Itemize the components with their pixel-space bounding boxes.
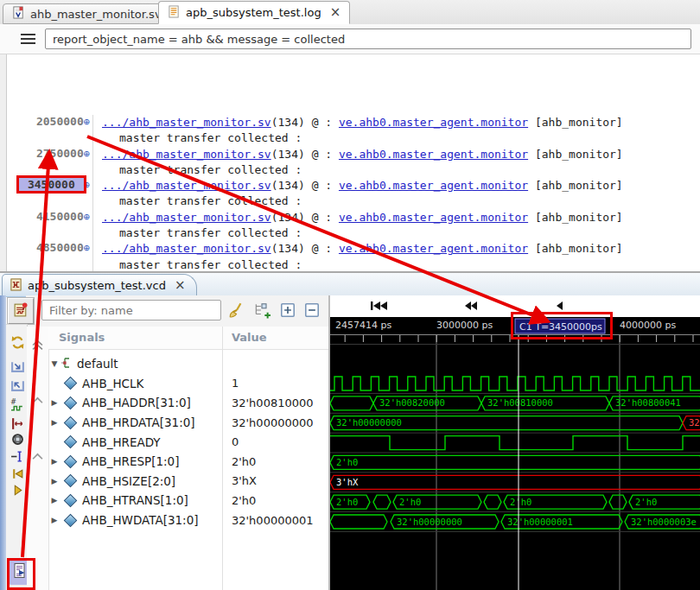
log-lines: .../ahb_master_monitor.sv(134) @ : ve.ah… bbox=[92, 210, 623, 242]
signal-row-ahb_htrans10[interactable]: ▶AHB_HTRANS[1:0]2'h0 bbox=[48, 491, 328, 511]
export-wave-button[interactable] bbox=[10, 359, 26, 376]
broom-button[interactable] bbox=[226, 301, 247, 321]
measure-button[interactable] bbox=[10, 416, 26, 433]
bus-value-label: 32'h00800041 bbox=[615, 397, 681, 408]
target-button[interactable] bbox=[10, 432, 26, 448]
wave-background bbox=[330, 317, 700, 590]
log-lines: .../ahb_master_monitor.sv(134) @ : ve.ah… bbox=[92, 178, 623, 210]
timeline-label: 3000000 ps bbox=[436, 320, 493, 331]
collapse-arrow-icon[interactable]: ▼ bbox=[48, 359, 60, 368]
log-scope-link[interactable]: ve.ahb0.master_agent.monitor bbox=[339, 179, 528, 192]
signal-diamond-icon bbox=[64, 494, 78, 508]
next-edge-button[interactable] bbox=[10, 483, 26, 499]
signal-row-ahb_hsize20[interactable]: ▶AHB_HSIZE[2:0]3'hX bbox=[48, 472, 328, 492]
log-timestamp[interactable]: 4150000 bbox=[36, 210, 84, 223]
svg-text:#: # bbox=[10, 398, 16, 406]
cursor-time-label: C1 T=3450000ps bbox=[519, 321, 602, 333]
close-icon[interactable]: × bbox=[330, 6, 341, 19]
log-filter-input[interactable] bbox=[45, 29, 691, 49]
signal-filter-input[interactable] bbox=[41, 300, 221, 320]
target-icon bbox=[10, 432, 25, 449]
signal-row-ahb_haddr310[interactable]: ▶AHB_HADDR[31:0]32'h00810000 bbox=[48, 393, 328, 413]
log-timestamp[interactable]: 3450000 bbox=[19, 178, 84, 191]
signal-name: AHB_HADDR[31:0] bbox=[82, 396, 191, 409]
radix-button[interactable]: # bbox=[10, 398, 26, 415]
log-timestamp[interactable]: 2750000 bbox=[36, 147, 84, 160]
tab-label: ahb_master_monitor.sv bbox=[30, 8, 162, 21]
log-file-link[interactable]: .../ahb_master_monitor.sv bbox=[102, 116, 271, 129]
chevron-up-icon[interactable] bbox=[32, 394, 44, 406]
chevron-up-icon[interactable] bbox=[32, 450, 44, 462]
expand-arrow-icon[interactable]: ▶ bbox=[48, 457, 60, 466]
tab-label: apb_subsystem_test.log bbox=[186, 6, 321, 19]
import-wave-button[interactable] bbox=[10, 378, 26, 395]
expand-arrow-icon[interactable]: ▶ bbox=[48, 516, 60, 524]
collapse-all-button[interactable] bbox=[302, 301, 322, 321]
log-timestamp[interactable]: 2050000 bbox=[36, 115, 84, 128]
fast-prev-button[interactable] bbox=[464, 301, 478, 314]
signal-value: 32'h00000001 bbox=[232, 514, 314, 527]
expand-arrow-icon[interactable]: ▶ bbox=[48, 418, 60, 427]
close-icon[interactable]: × bbox=[175, 279, 186, 292]
signal-row-ahb_hready[interactable]: AHB_HREADY0 bbox=[48, 432, 328, 452]
log-scope-link[interactable]: ve.ahb0.master_agent.monitor bbox=[339, 116, 528, 129]
log-line: .../ahb_master_monitor.sv(134) @ : ve.ah… bbox=[102, 147, 623, 162]
prev-edge-button[interactable] bbox=[10, 466, 26, 483]
tab-ahb-master-monitor-sv[interactable]: ahb_master_monitor.sv bbox=[3, 3, 171, 24]
log-file-link[interactable]: .../ahb_master_monitor.sv bbox=[102, 179, 271, 192]
log-scope-link[interactable]: ve.ahb0.master_agent.monitor bbox=[339, 148, 528, 161]
application-window: ahb_master_monitor.sv apb_subsystem_test… bbox=[0, 0, 700, 590]
hamburger-menu-icon[interactable] bbox=[21, 34, 35, 44]
log-entries: 2050000⊕.../ahb_master_monitor.sv(134) @… bbox=[0, 115, 697, 271]
sv-file-icon bbox=[12, 6, 25, 22]
export-wave-icon bbox=[10, 359, 25, 377]
expand-icon[interactable]: ⊕ bbox=[84, 116, 90, 128]
log-file-link[interactable]: .../ahb_master_monitor.sv bbox=[102, 211, 271, 224]
log-scope-link[interactable]: ve.ahb0.master_agent.monitor bbox=[339, 211, 528, 224]
goto-start-button[interactable] bbox=[370, 301, 388, 314]
expand-icon[interactable]: ⊕ bbox=[84, 242, 90, 254]
radix-icon: # bbox=[10, 398, 25, 416]
signal-row-ahb_hclk[interactable]: AHB_HCLK1 bbox=[48, 374, 328, 394]
next-edge-icon bbox=[10, 483, 25, 500]
expand-arrow-icon[interactable]: ▶ bbox=[48, 496, 60, 504]
log-message: master transfer collected : bbox=[102, 162, 623, 178]
signals-header: Signals Value bbox=[48, 327, 328, 350]
wave-nav-strip bbox=[330, 295, 700, 317]
signal-diamond-icon bbox=[64, 397, 78, 410]
cursor-i-button[interactable] bbox=[10, 449, 26, 466]
log-timestamp[interactable]: 4850000 bbox=[36, 241, 84, 254]
tab-apb-subsystem-test-log[interactable]: apb_subsystem_test.log × bbox=[158, 1, 350, 24]
double-chevron-up-icon[interactable] bbox=[32, 339, 44, 352]
signal-row-ahb_hresp10[interactable]: ▶AHB_HRESP[1:0]2'h0 bbox=[48, 452, 328, 472]
group-row-default[interactable]: ▼default bbox=[48, 354, 328, 374]
expand-arrow-icon[interactable]: ▶ bbox=[48, 477, 60, 485]
new-group-button[interactable] bbox=[251, 301, 272, 321]
log-file-link[interactable]: .../ahb_master_monitor.sv bbox=[102, 242, 271, 255]
log-gutter-strip bbox=[0, 54, 7, 271]
log-scope-link[interactable]: ve.ahb0.master_agent.monitor bbox=[339, 242, 528, 255]
group-label: default bbox=[77, 357, 118, 371]
expand-icon[interactable]: ⊕ bbox=[84, 148, 90, 160]
pin-wave-icon bbox=[13, 301, 29, 320]
log-gutter: 2750000⊕ bbox=[0, 147, 90, 160]
signal-row-ahb_hwdata310[interactable]: ▶AHB_HWDATA[31:0]32'h00000001 bbox=[48, 511, 328, 530]
log-message: master transfer collected : bbox=[102, 193, 623, 209]
log-lines: .../ahb_master_monitor.sv(134) @ : ve.ah… bbox=[92, 115, 623, 147]
expand-arrow-icon[interactable]: ▶ bbox=[48, 398, 60, 407]
signal-diamond-icon bbox=[64, 454, 78, 468]
signal-row-ahb_hrdata310[interactable]: ▶AHB_HRDATA[31:0]32'h00000000 bbox=[48, 413, 328, 433]
prev-cursor-button[interactable] bbox=[556, 301, 563, 314]
signal-name: AHB_HSIZE[2:0] bbox=[82, 474, 175, 488]
signal-value: 32'h00000000 bbox=[232, 416, 314, 429]
waveform-canvas[interactable]: 32'h0082000032'h0081000032'h0080004132'h… bbox=[330, 317, 700, 590]
vcd-file-icon bbox=[10, 278, 22, 294]
log-file-link[interactable]: .../ahb_master_monitor.sv bbox=[102, 148, 271, 161]
expand-all-button[interactable] bbox=[277, 301, 298, 321]
expand-icon[interactable]: ⊕ bbox=[84, 179, 90, 191]
sync-button[interactable] bbox=[10, 335, 26, 352]
expand-icon[interactable]: ⊕ bbox=[84, 211, 90, 223]
group-tree-icon bbox=[60, 357, 73, 371]
tab-apb-subsystem-test-vcd[interactable]: apb_subsystem_test.vcd × bbox=[2, 274, 197, 296]
pin-wave-button[interactable] bbox=[8, 298, 34, 324]
